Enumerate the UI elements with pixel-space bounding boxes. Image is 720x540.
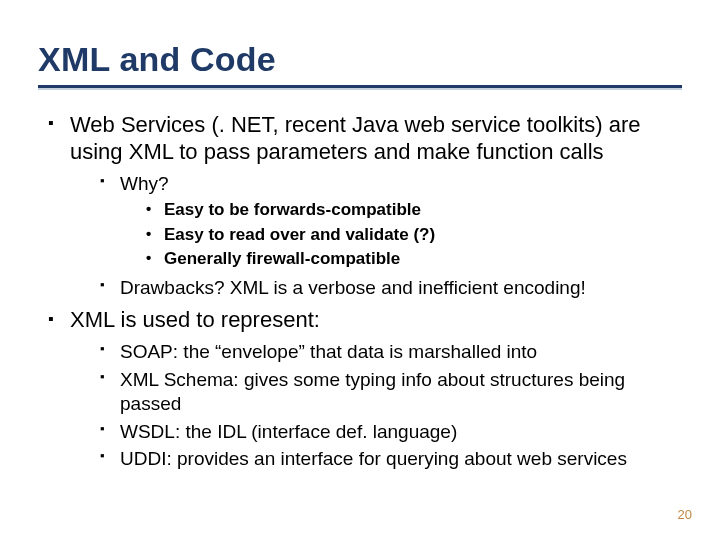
bullet-item: XML is used to represent: SOAP: the “env… xyxy=(48,307,682,471)
bullet-text: SOAP: the “envelope” that data is marsha… xyxy=(120,341,537,362)
bullet-item: Generally firewall-compatible xyxy=(146,248,682,270)
bullet-item: UDDI: provides an interface for querying… xyxy=(100,447,682,471)
bullet-item: XML Schema: gives some typing info about… xyxy=(100,368,682,416)
bullet-text: Web Services (. NET, recent Java web ser… xyxy=(70,112,641,164)
bullet-item: Drawbacks? XML is a verbose and ineffici… xyxy=(100,276,682,300)
bullet-item: Easy to be forwards-compatible xyxy=(146,199,682,221)
bullet-text: Why? xyxy=(120,173,169,194)
bullet-item: WSDL: the IDL (interface def. language) xyxy=(100,420,682,444)
bullet-text: Generally firewall-compatible xyxy=(164,249,400,268)
bullet-text: UDDI: provides an interface for querying… xyxy=(120,448,627,469)
slide-title: XML and Code xyxy=(38,40,682,79)
bullet-text: XML Schema: gives some typing info about… xyxy=(120,369,625,414)
bullet-text: WSDL: the IDL (interface def. language) xyxy=(120,421,457,442)
bullet-item: SOAP: the “envelope” that data is marsha… xyxy=(100,340,682,364)
bullet-list-level1: Web Services (. NET, recent Java web ser… xyxy=(38,112,682,471)
bullet-text: XML is used to represent: xyxy=(70,307,320,332)
bullet-text: Easy to read over and validate (?) xyxy=(164,225,435,244)
bullet-item: Easy to read over and validate (?) xyxy=(146,224,682,246)
bullet-item: Why? Easy to be forwards-compatible Easy… xyxy=(100,172,682,270)
title-underline xyxy=(38,85,682,90)
bullet-list-level3: Easy to be forwards-compatible Easy to r… xyxy=(120,199,682,269)
page-number: 20 xyxy=(678,507,692,522)
bullet-list-level2: SOAP: the “envelope” that data is marsha… xyxy=(70,340,682,471)
bullet-text: Easy to be forwards-compatible xyxy=(164,200,421,219)
slide: XML and Code Web Services (. NET, recent… xyxy=(0,0,720,540)
bullet-list-level2: Why? Easy to be forwards-compatible Easy… xyxy=(70,172,682,300)
bullet-text: Drawbacks? XML is a verbose and ineffici… xyxy=(120,277,586,298)
bullet-item: Web Services (. NET, recent Java web ser… xyxy=(48,112,682,299)
